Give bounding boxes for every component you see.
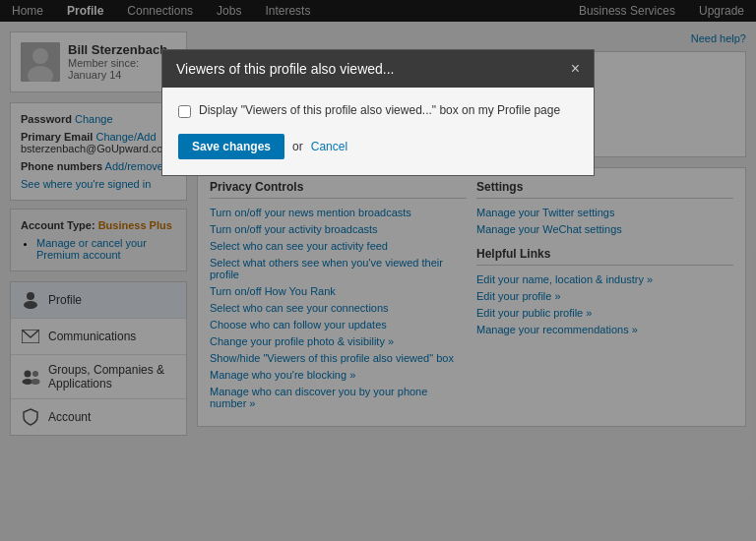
viewers-modal: Viewers of this profile also viewed... ×… (161, 49, 595, 176)
modal-title: Viewers of this profile also viewed... (176, 61, 395, 77)
save-changes-button[interactable]: Save changes (178, 134, 284, 159)
modal-header: Viewers of this profile also viewed... × (162, 50, 594, 88)
viewers-checkbox[interactable] (178, 105, 191, 118)
viewers-checkbox-label: Display "Viewers of this profile also vi… (199, 103, 560, 117)
modal-checkbox-row: Display "Viewers of this profile also vi… (178, 103, 578, 118)
cancel-link[interactable]: Cancel (311, 140, 347, 153)
modal-close-button[interactable]: × (571, 60, 580, 78)
modal-overlay: Viewers of this profile also viewed... ×… (0, 0, 756, 541)
modal-actions: Save changes or Cancel (178, 134, 578, 159)
or-text: or (292, 140, 303, 153)
modal-body: Display "Viewers of this profile also vi… (162, 88, 594, 175)
